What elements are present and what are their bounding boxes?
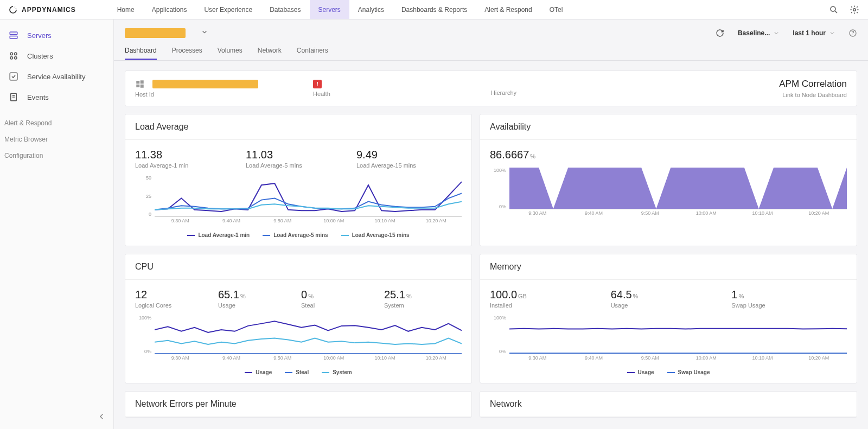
baseline-selector[interactable]: Baseline... xyxy=(738,29,780,37)
apm-title: APM Correlation xyxy=(669,79,847,89)
load-chart: 50250 9:30 AM9:40 AM9:50 AM10:00 AM10:10… xyxy=(135,175,462,227)
stat: 100.0GBInstalled xyxy=(490,289,605,309)
sidebar-item-events[interactable]: Events xyxy=(0,87,113,107)
stat: 9.49Load Average-15 mins xyxy=(356,149,462,169)
timerange-selector[interactable]: last 1 hour xyxy=(793,29,835,37)
sidebar-item-clusters[interactable]: Clusters xyxy=(0,46,113,66)
servers-icon xyxy=(9,30,18,40)
row-2: CPU 12Logical Cores65.1%Usage0%Steal25.1… xyxy=(125,254,857,383)
host-id-redacted xyxy=(152,80,258,88)
load-stats: 11.38Load Average-1 min11.03Load Average… xyxy=(135,149,462,169)
host-id-label: Host Id xyxy=(135,91,313,98)
subheader: Baseline... last 1 hour xyxy=(114,20,868,42)
topnav-otel[interactable]: OTel xyxy=(541,0,572,19)
sidebar-item-service-availability[interactable]: Service Availability xyxy=(0,66,113,87)
svg-rect-10 xyxy=(10,73,17,80)
baseline-label: Baseline... xyxy=(738,29,770,37)
topnav-analytics[interactable]: Analytics xyxy=(349,0,393,19)
brand-text: APPDYNAMICS xyxy=(22,6,76,14)
network-panel: Network xyxy=(480,391,857,418)
availability-panel: Availability 86.6667% 100%0% 9:30 AM9:40… xyxy=(480,114,857,246)
refresh-icon[interactable] xyxy=(715,28,725,38)
tab-processes[interactable]: Processes xyxy=(172,42,202,60)
availability-unit: % xyxy=(530,153,535,159)
availability-chart: 100%0% 9:30 AM9:40 AM9:50 AM10:00 AM10:1… xyxy=(490,168,847,219)
svg-point-3 xyxy=(853,8,856,11)
stat: 12Logical Cores xyxy=(135,289,213,309)
topnav-user-experience[interactable]: User Experience xyxy=(195,0,261,19)
legend-item: System xyxy=(322,369,352,375)
search-icon[interactable] xyxy=(829,5,839,15)
row-1: Load Average 11.38Load Average-1 min11.0… xyxy=(125,114,857,246)
network-errors-panel: Network Errors per Minute xyxy=(125,391,472,418)
load-average-panel: Load Average 11.38Load Average-1 min11.0… xyxy=(125,114,472,246)
legend-item: Usage xyxy=(245,369,272,375)
cpu-panel: CPU 12Logical Cores65.1%Usage0%Steal25.1… xyxy=(125,254,472,383)
panel-title: Load Average xyxy=(125,114,471,140)
tabs: DashboardProcessesVolumesNetworkContaine… xyxy=(114,42,868,61)
health-critical-badge: ! xyxy=(313,80,322,88)
tab-containers[interactable]: Containers xyxy=(297,42,328,60)
chevron-down-icon xyxy=(773,30,780,36)
topnav-home[interactable]: Home xyxy=(108,0,143,19)
sidebar-sub-configuration[interactable]: Configuration xyxy=(0,148,113,164)
availability-value: 86.6667 xyxy=(490,149,529,161)
topnav: HomeApplicationsUser ExperienceDatabases… xyxy=(108,0,572,19)
sidebar-item-servers[interactable]: Servers xyxy=(0,25,113,46)
apm-col: APM Correlation Link to Node Dashboard xyxy=(669,79,847,98)
stat: 25.1%System xyxy=(384,289,462,309)
topbar: APPDYNAMICS HomeApplicationsUser Experie… xyxy=(0,0,868,20)
svg-point-6 xyxy=(10,53,13,55)
legend-item: Load Average-1 min xyxy=(187,232,250,238)
legend-item: Swap Usage xyxy=(667,369,710,375)
topbar-right xyxy=(829,5,859,15)
sidebar-items: ServersClustersService AvailabilityEvent… xyxy=(0,25,113,107)
topnav-servers[interactable]: Servers xyxy=(310,0,349,19)
check-square-icon xyxy=(9,72,18,81)
panel-title: Network xyxy=(480,392,857,417)
tab-network[interactable]: Network xyxy=(258,42,282,60)
svg-point-15 xyxy=(852,35,853,35)
health-label: Health xyxy=(313,91,491,97)
stat: 11.38Load Average-1 min xyxy=(135,149,240,169)
gear-icon[interactable] xyxy=(850,5,859,15)
svg-point-8 xyxy=(10,57,13,60)
content-scroll[interactable]: Host Id ! Health Hierarchy APM Correlati… xyxy=(114,61,868,429)
topnav-databases[interactable]: Databases xyxy=(261,0,309,19)
panel-title: CPU xyxy=(125,254,471,280)
host-id-col: Host Id xyxy=(135,79,313,98)
topnav-alert-respond[interactable]: Alert & Respond xyxy=(476,0,540,19)
apm-link[interactable]: Link to Node Dashboard xyxy=(669,92,847,98)
server-dropdown[interactable] xyxy=(201,28,208,38)
sidebar-subs: Alert & RespondMetric BrowserConfigurati… xyxy=(0,115,113,164)
sidebar-sub-metric-browser[interactable]: Metric Browser xyxy=(0,131,113,148)
svg-rect-18 xyxy=(136,85,139,87)
topnav-applications[interactable]: Applications xyxy=(143,0,196,19)
panel-title: Memory xyxy=(480,254,857,280)
topnav-dashboards-reports[interactable]: Dashboards & Reports xyxy=(393,0,476,19)
svg-rect-4 xyxy=(10,32,17,35)
memory-chart: 100%0% 9:30 AM9:40 AM9:50 AM10:00 AM10:1… xyxy=(490,315,847,364)
server-name-redacted xyxy=(125,28,186,38)
svg-rect-16 xyxy=(136,81,139,84)
sidebar-sub-alert-respond[interactable]: Alert & Respond xyxy=(0,115,113,131)
server-info-card: Host Id ! Health Hierarchy APM Correlati… xyxy=(125,71,857,106)
legend-item: Steal xyxy=(285,369,309,375)
memory-panel: Memory 100.0GBInstalled64.5%Usage1%Swap … xyxy=(480,254,857,383)
help-icon[interactable] xyxy=(848,29,857,37)
stat: 1%Swap Usage xyxy=(731,289,847,309)
hierarchy-col: Hierarchy xyxy=(491,79,669,98)
tab-volumes[interactable]: Volumes xyxy=(218,42,242,60)
legend-item: Load Average-15 mins xyxy=(341,232,410,238)
collapse-sidebar-button[interactable] xyxy=(97,412,107,424)
appdynamics-logo-icon xyxy=(9,5,17,14)
cpu-chart: 100%0% 9:30 AM9:40 AM9:50 AM10:00 AM10:1… xyxy=(135,315,462,364)
svg-rect-17 xyxy=(141,80,144,84)
logo: APPDYNAMICS xyxy=(9,5,76,14)
stat: 65.1%Usage xyxy=(218,289,296,309)
panel-title: Network Errors per Minute xyxy=(125,392,471,417)
tab-dashboard[interactable]: Dashboard xyxy=(125,42,157,60)
subheader-controls: Baseline... last 1 hour xyxy=(715,28,857,38)
svg-line-2 xyxy=(835,11,837,13)
shell: ServersClustersService AvailabilityEvent… xyxy=(0,20,868,429)
